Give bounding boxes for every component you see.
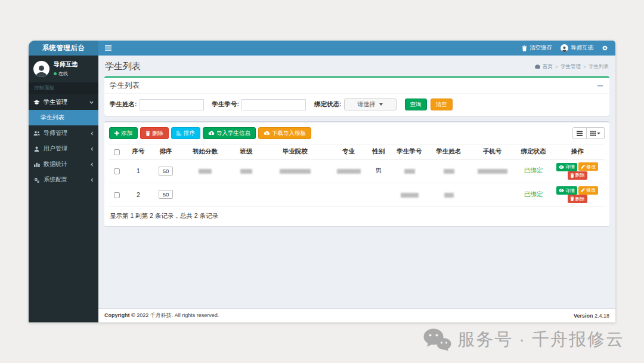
column-header: 手机号 xyxy=(467,144,517,159)
sort-value-input[interactable]: 50 xyxy=(159,190,173,199)
top-navbar: 清空缓存 导师互选 xyxy=(98,41,615,56)
collapse-icon[interactable] xyxy=(596,83,604,88)
detail-button[interactable]: 详情 xyxy=(556,163,577,171)
redacted-text xyxy=(199,169,212,174)
app-window: 系统管理后台 清空缓存 导师互选 xyxy=(29,41,615,322)
cell-phone xyxy=(467,159,517,183)
cogs-icon xyxy=(33,177,40,183)
eye-icon xyxy=(559,189,564,192)
chevron-left-icon xyxy=(91,147,94,151)
select-all-header xyxy=(109,144,125,159)
columns-button[interactable] xyxy=(587,127,605,139)
bind-status-selected-value: 请选择 xyxy=(358,100,376,109)
cell-actions: 详情修改删除 xyxy=(550,159,605,183)
sidebar-user-name: 导师互选 xyxy=(54,60,78,69)
redacted-text xyxy=(404,169,415,174)
app-logo[interactable]: 系统管理后台 xyxy=(29,41,98,56)
user-avatar-icon xyxy=(561,44,568,52)
toggle-list-view-button[interactable] xyxy=(572,127,587,139)
users-icon xyxy=(33,131,40,136)
sidebar-item-2[interactable]: 用户管理 xyxy=(29,141,98,156)
navbar-user-name: 导师互选 xyxy=(571,44,593,52)
breadcrumb-separator: > xyxy=(583,64,586,70)
row-delete-button[interactable]: 删除 xyxy=(568,195,587,203)
status-badge: 已绑定 xyxy=(524,167,543,174)
import-students-button[interactable]: 导入学生信息 xyxy=(203,127,256,139)
cell-seq: 1 xyxy=(125,159,152,183)
caret-down-icon xyxy=(597,133,600,134)
sort-value-input[interactable]: 50 xyxy=(159,167,173,176)
student-name-label: 学生姓名: xyxy=(110,100,137,109)
bind-status-select[interactable]: 请选择 xyxy=(344,99,397,110)
column-header: 专业 xyxy=(329,144,369,159)
table-row: 150男已绑定详情修改删除 xyxy=(109,159,605,183)
table-row: 250已绑定详情修改删除 xyxy=(109,183,605,207)
bar-chart-icon xyxy=(33,162,40,167)
student-no-input[interactable] xyxy=(242,99,306,110)
breadcrumb-item[interactable]: 学生列表 xyxy=(589,63,609,70)
sidebar-toggle-button[interactable] xyxy=(98,41,118,56)
row-checkbox[interactable] xyxy=(114,192,120,198)
delete-button[interactable]: 删除 xyxy=(140,127,169,139)
user-avatar xyxy=(33,61,49,77)
cell-student-name xyxy=(430,159,467,183)
trash-icon xyxy=(570,196,574,201)
breadcrumb: 首页>学生管理>学生列表 xyxy=(535,63,609,70)
pencil-icon xyxy=(581,165,585,169)
sidebar-subitem[interactable]: 学生列表 xyxy=(29,110,98,125)
download-template-button[interactable]: 下载导入模板 xyxy=(258,127,311,139)
search-form: 学生姓名: 学生学号: 绑定状态: 请选择 查询 清空 xyxy=(104,93,609,116)
navbar-right: 清空缓存 导师互选 xyxy=(522,44,615,52)
sidebar-item-0[interactable]: 学生管理 xyxy=(29,94,98,110)
cell-student-no xyxy=(389,159,430,183)
student-no-label: 学生学号: xyxy=(212,100,240,109)
chevron-left-icon xyxy=(91,131,94,136)
edit-button[interactable]: 修改 xyxy=(578,162,598,171)
breadcrumb-item[interactable]: 学生管理 xyxy=(561,63,581,70)
cell-gender: 男 xyxy=(369,159,389,183)
redacted-text xyxy=(280,169,311,174)
edit-button[interactable]: 修改 xyxy=(578,186,598,195)
add-button[interactable]: 添加 xyxy=(109,127,138,139)
sidebar-item-label: 导师管理 xyxy=(44,129,67,137)
search-panel-title: 学生列表 xyxy=(110,81,140,91)
copyright: Copyright © 2022 千舟科技. All rights reserv… xyxy=(104,312,219,319)
detail-button[interactable]: 详情 xyxy=(556,186,577,195)
chevron-left-icon xyxy=(91,162,94,167)
clear-cache-button[interactable]: 清空缓存 xyxy=(522,44,552,52)
user-icon xyxy=(33,146,40,152)
search-panel-header: 学生列表 xyxy=(104,78,609,93)
navbar-user-menu[interactable]: 导师互选 xyxy=(561,44,593,52)
redacted-text xyxy=(337,169,361,174)
sidebar-item-label: 系统配置 xyxy=(44,176,67,184)
cell-school xyxy=(262,159,329,183)
grid-icon xyxy=(590,131,596,136)
footer: Copyright © 2022 千舟科技. All rights reserv… xyxy=(98,308,615,322)
row-checkbox[interactable] xyxy=(114,168,120,174)
cell-major xyxy=(329,159,369,183)
sort-button[interactable]: 排序 xyxy=(171,127,200,139)
student-name-input[interactable] xyxy=(140,99,204,110)
table-toolbar: 添加 删除 排序 导入学生信息 xyxy=(109,127,605,139)
sidebar-item-4[interactable]: 系统配置 xyxy=(29,172,98,187)
watermark-text: 服务号 · 千舟报修云 xyxy=(457,328,624,352)
cell-class xyxy=(231,183,262,207)
cell-seq: 2 xyxy=(125,183,152,207)
select-all-checkbox[interactable] xyxy=(114,149,120,155)
trash-icon xyxy=(570,173,574,178)
clear-button[interactable]: 清空 xyxy=(431,99,453,110)
navbar-settings-button[interactable] xyxy=(602,45,608,51)
list-view-icon xyxy=(577,131,583,136)
breadcrumb-item[interactable]: 首页 xyxy=(543,63,553,70)
sidebar-item-3[interactable]: 数据统计 xyxy=(29,156,98,172)
row-delete-button[interactable]: 删除 xyxy=(568,171,587,180)
sidebar-item-label: 用户管理 xyxy=(44,144,67,153)
records-summary: 显示第 1 到第 2 条记录，总共 2 条记录 xyxy=(109,207,605,224)
sort-icon xyxy=(177,131,182,136)
sidebar-item-1[interactable]: 导师管理 xyxy=(29,125,98,141)
column-header: 学生姓名 xyxy=(430,144,467,159)
online-dot-icon xyxy=(54,72,57,75)
chevron-down-icon xyxy=(89,101,94,104)
query-button[interactable]: 查询 xyxy=(405,99,427,110)
redacted-text xyxy=(478,169,507,174)
